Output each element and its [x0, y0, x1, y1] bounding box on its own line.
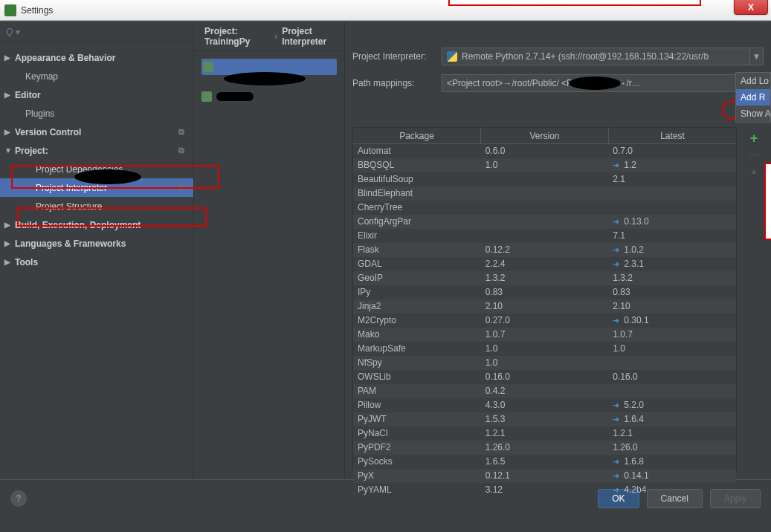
table-row[interactable]: Elixir7.1: [353, 229, 736, 243]
interpreter-dropdown[interactable]: Remote Python 2.7.14+ (ssh://root@192.16…: [442, 48, 750, 65]
copy-icon: ⧉: [178, 146, 184, 155]
interpreter-label: Project Interpreter:: [352, 51, 442, 62]
settings-tree: ▶Appearance & BehaviorKeymap▶EditorPlugi…: [0, 42, 193, 479]
window-title: Settings: [21, 5, 53, 16]
col-package[interactable]: Package: [353, 128, 481, 143]
table-row[interactable]: BeautifulSoup2.1: [353, 172, 736, 186]
sidebar-item[interactable]: Project Structure: [0, 197, 193, 215]
tree-arrow-icon: ▶: [4, 221, 10, 229]
packages-table: Package Version Latest Automat0.6.00.7.0…: [352, 127, 737, 472]
table-row[interactable]: IPy0.830.83: [353, 285, 736, 299]
table-row[interactable]: Flask0.12.21.0.2: [353, 243, 736, 257]
help-button[interactable]: ?: [10, 490, 27, 507]
package-toolbar: + — ▲: [744, 130, 764, 179]
table-row[interactable]: BBQSQL1.01.2: [353, 158, 736, 172]
table-row[interactable]: NfSpy1.0: [353, 356, 736, 370]
mappings-label: Path mappings:: [352, 78, 442, 88]
app-icon: [4, 4, 16, 16]
table-row[interactable]: PyJWT1.5.31.6.4: [353, 412, 736, 426]
tree-arrow-icon: ▶: [4, 53, 10, 62]
upgrade-package-button[interactable]: ▲: [744, 163, 764, 179]
project-list-panel: Project: TrainingPy › Project Interprete…: [194, 22, 345, 479]
table-row[interactable]: PyYAML3.124.2b4: [353, 483, 736, 497]
sidebar-item-label: Appearance & Behavior: [15, 53, 115, 63]
sidebar-item[interactable]: ▶Appearance & Behavior: [0, 48, 193, 67]
table-row[interactable]: GeoIP1.3.21.3.2: [353, 271, 736, 285]
table-row[interactable]: Jinja22.102.10: [353, 299, 736, 314]
redaction: [569, 77, 621, 90]
table-row[interactable]: Pillow4.3.05.2.0: [353, 398, 736, 412]
close-button[interactable]: X: [734, 0, 768, 15]
col-latest[interactable]: Latest: [609, 128, 736, 143]
table-row[interactable]: PyPDF21.26.01.26.0: [353, 441, 736, 455]
table-row[interactable]: Mako1.0.71.0.7: [353, 328, 736, 342]
tree-arrow-icon: ▶: [4, 239, 10, 247]
table-row[interactable]: PyNaCl1.2.11.2.1: [353, 426, 736, 441]
breadcrumb: Project: TrainingPy › Project Interprete…: [194, 22, 344, 51]
table-row[interactable]: ConfigArgPar0.13.0: [353, 215, 736, 229]
redaction: [224, 72, 306, 85]
redaction: [74, 169, 141, 184]
table-row[interactable]: MarkupSafe1.01.0: [353, 342, 736, 356]
mappings-field[interactable]: <Project root>→/root/Public/ <Project ro…: [442, 74, 744, 92]
sidebar-item[interactable]: ▶Build, Execution, Deployment: [0, 215, 193, 234]
annotation-mapping: 设置本地到远程的映射目录: [764, 163, 771, 240]
sidebar-item-label: Project:: [15, 146, 48, 156]
project-entry[interactable]: [201, 88, 337, 105]
settings-sidebar: ▾ ▶Appearance & BehaviorKeymap▶EditorPlu…: [0, 22, 194, 479]
table-row[interactable]: CherryTree: [353, 201, 736, 215]
sidebar-item[interactable]: ▶Languages & Frameworks: [0, 234, 193, 253]
menu-add-local[interactable]: Add Lo: [736, 73, 770, 89]
sidebar-item[interactable]: ▶Tools: [0, 253, 193, 271]
interpreter-context-menu: Add Lo Add R Show A: [735, 72, 771, 123]
add-package-button[interactable]: +: [744, 130, 764, 146]
sidebar-item-label: Project Interpreter: [36, 183, 107, 193]
sidebar-item-label: Version Control: [15, 127, 81, 137]
remove-package-button[interactable]: —: [744, 146, 764, 163]
tree-arrow-icon: ▶: [4, 91, 10, 99]
sidebar-item[interactable]: Plugins: [0, 104, 193, 123]
copy-icon: ⧉: [178, 127, 184, 137]
col-version[interactable]: Version: [481, 128, 609, 143]
menu-show-all[interactable]: Show A: [736, 106, 770, 122]
table-row[interactable]: OWSLib0.16.00.16.0: [353, 370, 736, 384]
table-row[interactable]: PyX0.12.10.14.1: [353, 469, 736, 483]
folder-icon: [203, 62, 213, 72]
redaction: [216, 92, 254, 101]
copy-icon: ⧉: [178, 183, 184, 192]
table-row[interactable]: GDAL2.2.42.3.1: [353, 257, 736, 271]
dropdown-arrow-icon[interactable]: ▼: [750, 48, 764, 65]
main-panel: Project Interpreter: Remote Python 2.7.1…: [345, 22, 771, 479]
folder-icon: [201, 91, 212, 102]
sidebar-item-label: Keymap: [25, 71, 58, 82]
sidebar-item[interactable]: ▶Editor: [0, 85, 193, 104]
tree-arrow-icon: ▶: [4, 128, 10, 136]
table-row[interactable]: PySocks1.6.51.6.8: [353, 455, 736, 469]
sidebar-item[interactable]: Keymap: [0, 67, 193, 85]
search-input[interactable]: ▾: [0, 22, 193, 42]
chevron-right-icon: ›: [274, 31, 277, 42]
breadcrumb-project[interactable]: Project: TrainingPy: [204, 26, 270, 47]
menu-add-remote[interactable]: Add R: [736, 89, 770, 106]
table-row[interactable]: PAM0.4.2: [353, 384, 736, 398]
chevron-down-icon: ▾: [16, 27, 20, 37]
sidebar-item-label: Tools: [15, 257, 38, 267]
python-icon: [447, 51, 457, 62]
sidebar-item-label: Project Structure: [36, 201, 102, 212]
tree-arrow-icon: ▶: [4, 258, 10, 266]
sidebar-item[interactable]: ▶Version Control⧉: [0, 123, 193, 141]
sidebar-item-label: Plugins: [25, 108, 54, 119]
table-row[interactable]: BlindElephant: [353, 186, 736, 201]
annotation-top: 选择第二个"Add Remote": [448, 0, 701, 6]
sidebar-item[interactable]: ▼Project:⧉: [0, 141, 193, 160]
sidebar-item-label: Build, Execution, Deployment: [15, 220, 141, 230]
sidebar-item-label: Editor: [15, 90, 41, 100]
table-row[interactable]: Automat0.6.00.7.0: [353, 144, 736, 158]
breadcrumb-page: Project Interpreter: [282, 26, 344, 47]
sidebar-item-label: Languages & Frameworks: [15, 239, 126, 249]
tree-arrow-icon: ▼: [4, 146, 12, 155]
table-row[interactable]: M2Crypto0.27.00.30.1: [353, 314, 736, 328]
